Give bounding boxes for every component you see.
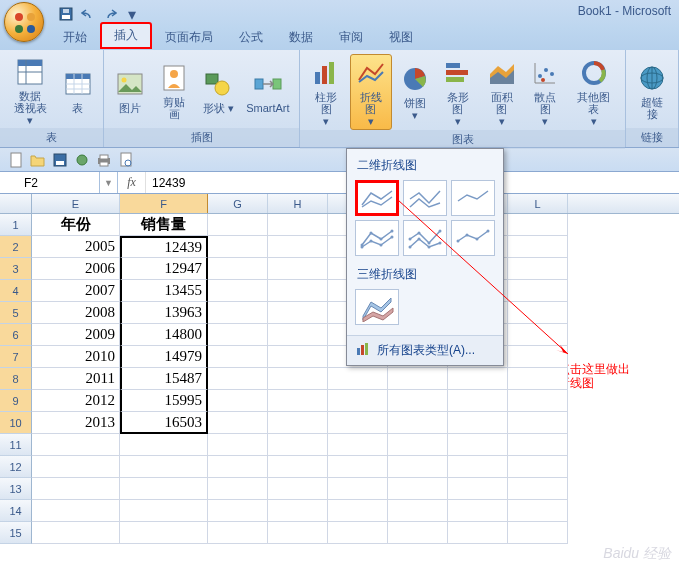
- office-button[interactable]: [4, 2, 44, 42]
- pie-chart-button[interactable]: 饼图▾: [396, 61, 435, 123]
- cell-G4[interactable]: [208, 280, 268, 302]
- cell-G7[interactable]: [208, 346, 268, 368]
- cell-L13[interactable]: [508, 478, 568, 500]
- cell-F13[interactable]: [120, 478, 208, 500]
- name-box-dropdown[interactable]: ▼: [100, 172, 118, 193]
- cell-H6[interactable]: [268, 324, 328, 346]
- cell-F2[interactable]: 12439: [120, 236, 208, 258]
- cell-H12[interactable]: [268, 456, 328, 478]
- cell-K14[interactable]: [448, 500, 508, 522]
- name-box[interactable]: F2: [0, 172, 100, 193]
- cell-L15[interactable]: [508, 522, 568, 544]
- cell-I15[interactable]: [328, 522, 388, 544]
- cell-L12[interactable]: [508, 456, 568, 478]
- cell-E2[interactable]: 2005: [32, 236, 120, 258]
- tab-start[interactable]: 开始: [50, 25, 100, 50]
- cell-E1[interactable]: 年份: [32, 214, 120, 236]
- cell-K8[interactable]: [448, 368, 508, 390]
- save-icon[interactable]: [56, 4, 76, 24]
- scatter-chart-button[interactable]: 散点图▾: [525, 55, 565, 129]
- cell-I8[interactable]: [328, 368, 388, 390]
- cell-J8[interactable]: [388, 368, 448, 390]
- row-header-7[interactable]: 7: [0, 346, 32, 368]
- open-icon[interactable]: [28, 150, 48, 170]
- bar-chart-button[interactable]: 条形图▾: [438, 55, 478, 129]
- cell-F15[interactable]: [120, 522, 208, 544]
- cell-L14[interactable]: [508, 500, 568, 522]
- cell-H3[interactable]: [268, 258, 328, 280]
- cell-G15[interactable]: [208, 522, 268, 544]
- cell-F12[interactable]: [120, 456, 208, 478]
- shapes-button[interactable]: 形状 ▾: [199, 66, 239, 116]
- cell-H8[interactable]: [268, 368, 328, 390]
- row-header-15[interactable]: 15: [0, 522, 32, 544]
- picture-button[interactable]: 图片: [110, 66, 150, 116]
- all-chart-types-button[interactable]: 所有图表类型(A)...: [347, 335, 503, 365]
- cell-E8[interactable]: 2011: [32, 368, 120, 390]
- tab-view[interactable]: 视图: [376, 25, 426, 50]
- cell-E3[interactable]: 2006: [32, 258, 120, 280]
- cell-J13[interactable]: [388, 478, 448, 500]
- cell-F11[interactable]: [120, 434, 208, 456]
- cell-H7[interactable]: [268, 346, 328, 368]
- permission-icon[interactable]: [72, 150, 92, 170]
- col-header-E[interactable]: E: [32, 194, 120, 213]
- line-chart-type-1[interactable]: [355, 180, 399, 216]
- cell-G6[interactable]: [208, 324, 268, 346]
- cell-E10[interactable]: 2013: [32, 412, 120, 434]
- line-chart-type-3[interactable]: [451, 180, 495, 216]
- redo-icon[interactable]: [100, 4, 120, 24]
- cell-F4[interactable]: 13455: [120, 280, 208, 302]
- row-header-11[interactable]: 11: [0, 434, 32, 456]
- cell-F10[interactable]: 16503: [120, 412, 208, 434]
- cell-F14[interactable]: [120, 500, 208, 522]
- cell-E4[interactable]: 2007: [32, 280, 120, 302]
- undo-icon[interactable]: [78, 4, 98, 24]
- cell-J11[interactable]: [388, 434, 448, 456]
- cell-E13[interactable]: [32, 478, 120, 500]
- cell-I13[interactable]: [328, 478, 388, 500]
- column-chart-button[interactable]: 柱形图▾: [306, 55, 346, 129]
- print-icon[interactable]: [94, 150, 114, 170]
- cell-G1[interactable]: [208, 214, 268, 236]
- cell-H9[interactable]: [268, 390, 328, 412]
- col-header-F[interactable]: F: [120, 194, 208, 213]
- cell-G9[interactable]: [208, 390, 268, 412]
- hyperlink-button[interactable]: 超链接: [632, 60, 672, 122]
- col-header-G[interactable]: G: [208, 194, 268, 213]
- cell-G12[interactable]: [208, 456, 268, 478]
- row-header-6[interactable]: 6: [0, 324, 32, 346]
- tab-formulas[interactable]: 公式: [226, 25, 276, 50]
- print-preview-icon[interactable]: [116, 150, 136, 170]
- table-button[interactable]: 表: [58, 66, 97, 116]
- cell-H15[interactable]: [268, 522, 328, 544]
- cell-I12[interactable]: [328, 456, 388, 478]
- cell-F7[interactable]: 14979: [120, 346, 208, 368]
- line-3d-chart-type[interactable]: [355, 289, 399, 325]
- area-chart-button[interactable]: 面积图▾: [482, 55, 522, 129]
- cell-H13[interactable]: [268, 478, 328, 500]
- cell-L3[interactable]: [508, 258, 568, 280]
- tab-page-layout[interactable]: 页面布局: [152, 25, 226, 50]
- row-header-12[interactable]: 12: [0, 456, 32, 478]
- cell-L4[interactable]: [508, 280, 568, 302]
- cell-J9[interactable]: [388, 390, 448, 412]
- cell-F5[interactable]: 13963: [120, 302, 208, 324]
- cell-E7[interactable]: 2010: [32, 346, 120, 368]
- cell-F3[interactable]: 12947: [120, 258, 208, 280]
- cell-K12[interactable]: [448, 456, 508, 478]
- cell-L11[interactable]: [508, 434, 568, 456]
- cell-J15[interactable]: [388, 522, 448, 544]
- cell-G2[interactable]: [208, 236, 268, 258]
- line-chart-type-5[interactable]: [403, 220, 447, 256]
- cell-G8[interactable]: [208, 368, 268, 390]
- cell-E6[interactable]: 2009: [32, 324, 120, 346]
- other-charts-button[interactable]: 其他图表▾: [569, 55, 619, 129]
- pivot-table-button[interactable]: 数据 透视表 ▾: [6, 54, 54, 128]
- cell-H11[interactable]: [268, 434, 328, 456]
- row-header-4[interactable]: 4: [0, 280, 32, 302]
- smartart-button[interactable]: SmartArt: [242, 66, 293, 116]
- row-header-9[interactable]: 9: [0, 390, 32, 412]
- tab-data[interactable]: 数据: [276, 25, 326, 50]
- save-icon-2[interactable]: [50, 150, 70, 170]
